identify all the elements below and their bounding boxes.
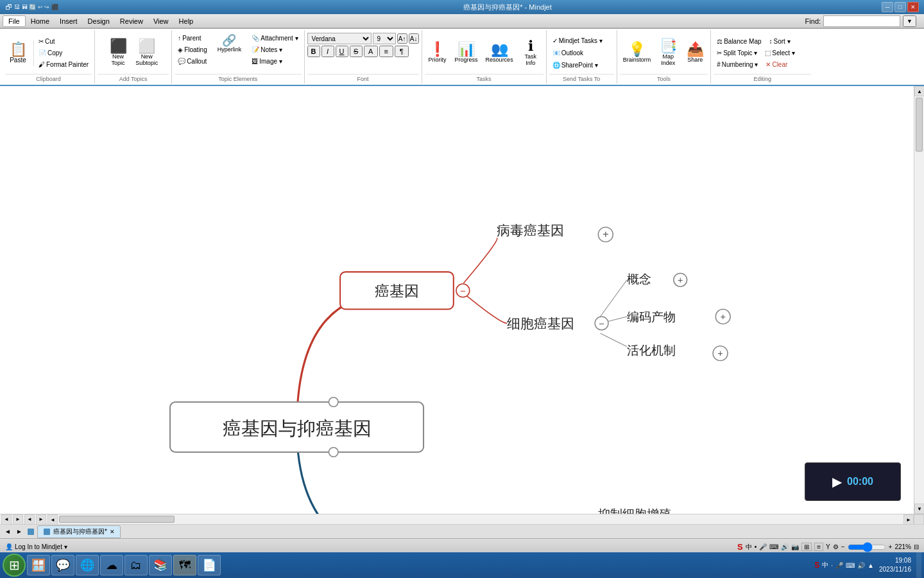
taskbar-app-3[interactable]: 🌐 <box>76 555 99 575</box>
floating-button[interactable]: ◈Floating <box>175 44 210 55</box>
scroll-right-nav[interactable]: ► <box>13 514 23 525</box>
parent-button[interactable]: ↑Parent <box>175 33 210 44</box>
video-player[interactable]: ▶ 00:00 <box>805 462 901 501</box>
vertical-scrollbar[interactable]: ▲ ▼ <box>914 86 924 514</box>
scroll-left-button[interactable]: ◄ <box>47 514 58 525</box>
svg-text:−: − <box>599 319 604 329</box>
menu-view[interactable]: View <box>148 16 174 26</box>
new-topic-button[interactable]: ⬛ NewTopic <box>105 37 131 68</box>
hyperlink-button[interactable]: 🔗 Hyperlink <box>214 33 245 55</box>
split-topic-button[interactable]: ✂ Split Topic ▾ <box>714 48 760 58</box>
hyperlink-icon: 🔗 <box>222 35 236 46</box>
task-info-button[interactable]: ℹ TaskInfo <box>518 37 543 68</box>
copy-button[interactable]: 📄Copy <box>35 48 92 58</box>
tab-scroll-right[interactable]: ► <box>14 527 24 537</box>
show-desktop-button[interactable] <box>916 552 921 578</box>
numbering-button[interactable]: # Numbering ▾ <box>714 59 761 70</box>
balance-map-button[interactable]: ⚖ Balance Map <box>714 36 764 47</box>
zoom-slider[interactable] <box>848 542 886 552</box>
scroll-up-button[interactable]: ▲ <box>914 86 924 96</box>
filter-icon: Y <box>826 543 830 550</box>
brainstorm-button[interactable]: 💡 Brainstorm <box>620 40 654 65</box>
paste-button[interactable]: 📋 Paste <box>5 40 31 66</box>
menu-design[interactable]: Design <box>83 16 115 26</box>
play-button[interactable]: ▶ <box>832 474 842 489</box>
clock-date: 2023/11/16 <box>879 565 911 574</box>
font-grow-button[interactable]: A↑ <box>397 33 407 44</box>
map-index-icon: 📑 <box>660 39 677 53</box>
format-button[interactable]: ¶ <box>395 46 409 57</box>
scroll-right-button[interactable]: ► <box>903 514 914 525</box>
resources-button[interactable]: 👥 Resources <box>483 40 517 65</box>
maximize-button[interactable]: □ <box>894 2 906 12</box>
find-input[interactable] <box>823 15 900 27</box>
zoom-increase[interactable]: + <box>889 543 893 550</box>
outlook-button[interactable]: 📧 Outlook <box>549 48 614 58</box>
font-color-button[interactable]: A <box>364 46 378 57</box>
menu-insert[interactable]: Insert <box>55 16 83 26</box>
find-button[interactable]: ▼ <box>903 15 916 27</box>
scroll-last-nav[interactable]: ► <box>36 514 46 525</box>
hyperlink-label: Hyperlink <box>218 46 242 53</box>
menu-file[interactable]: File <box>3 15 26 27</box>
align-button[interactable]: ≡ <box>379 46 393 57</box>
view-btn-1[interactable]: ⊞ <box>801 543 812 551</box>
scroll-left-nav[interactable]: ◄ <box>1 514 12 525</box>
taskbar-app-4[interactable]: ☁ <box>100 555 123 575</box>
notes-button[interactable]: 📝Notes ▾ <box>248 44 301 55</box>
new-subtopic-button[interactable]: ⬜ NewSubtopic <box>132 37 161 68</box>
tab-home[interactable] <box>26 527 36 537</box>
map-index-button[interactable]: 📑 MapIndex <box>655 37 681 68</box>
svg-text:癌基因: 癌基因 <box>375 283 419 299</box>
font-name-select[interactable]: Verdana <box>307 33 372 44</box>
strikethrough-button[interactable]: S <box>350 46 363 57</box>
sharepoint-button[interactable]: 🌐 SharePoint ▾ <box>549 60 614 71</box>
underline-button[interactable]: U <box>336 46 348 57</box>
copy-icon: 📄 <box>38 49 46 57</box>
font-size-select[interactable]: 9 <box>373 33 396 44</box>
scroll-down-button[interactable]: ▼ <box>914 504 924 514</box>
bold-button[interactable]: B <box>307 46 320 57</box>
sort-button[interactable]: ↕ Sort ▾ <box>766 36 794 47</box>
tab-close-button[interactable]: ✕ <box>110 529 115 535</box>
tray-arrow[interactable]: ▲ <box>868 562 874 569</box>
taskbar-app-2[interactable]: 💬 <box>51 555 74 575</box>
menu-review[interactable]: Review <box>115 16 148 26</box>
callout-button[interactable]: 💬Callout <box>175 56 210 67</box>
font-shrink-button[interactable]: A↓ <box>409 33 419 44</box>
menu-home[interactable]: Home <box>26 16 55 26</box>
scroll-first-nav[interactable]: ◄ <box>24 514 35 525</box>
clear-button[interactable]: ✕ Clear <box>762 59 791 70</box>
view-btn-2[interactable]: ≡ <box>814 543 823 551</box>
taskbar-app-pdf[interactable]: 📄 <box>198 555 221 575</box>
italic-button[interactable]: I <box>321 46 334 57</box>
settings-icon: ⚙ <box>833 543 839 550</box>
start-button[interactable]: ⊞ <box>3 554 26 577</box>
cut-button[interactable]: ✂Cut <box>35 36 92 47</box>
select-button[interactable]: ⬚ Select ▾ <box>762 48 798 58</box>
format-painter-button[interactable]: 🖌Format Painter <box>35 59 92 70</box>
close-button[interactable]: ✕ <box>907 2 919 12</box>
attachment-button[interactable]: 📎Attachment ▾ <box>248 33 301 44</box>
tab-main[interactable]: 癌基因与抑癌基因* ✕ <box>37 525 121 538</box>
share-button[interactable]: 📤 Share <box>682 40 708 65</box>
login-button[interactable]: 👤 Log In to Mindjet ▾ <box>5 543 67 550</box>
mindjet-tasks-button[interactable]: ✓ Mindjet Tasks ▾ <box>549 35 614 46</box>
menu-help[interactable]: Help <box>174 16 199 26</box>
progress-button[interactable]: 📊 Progress <box>452 40 481 65</box>
mindmap-canvas[interactable]: 癌基因与抑癌基因 癌基因 − 病毒癌基因 + 细胞癌基因 − <box>0 86 914 514</box>
tools-label: Tools <box>620 74 708 82</box>
image-button[interactable]: 🖼Image ▾ <box>248 56 301 67</box>
balance-map-icon: ⚖ <box>717 38 723 45</box>
taskbar-app-5[interactable]: 🗂 <box>124 555 148 575</box>
fit-button[interactable]: ⊟ <box>914 543 919 550</box>
taskbar-app-6[interactable]: 📚 <box>149 555 172 575</box>
priority-button[interactable]: ❗ Priority <box>425 40 450 65</box>
zoom-decrease[interactable]: − <box>841 543 845 550</box>
ribbon-content: 📋 Paste ✂Cut 📄Copy 🖌Format Painter <box>0 28 924 85</box>
horizontal-scrollbar[interactable]: ◄ ► <box>47 514 914 524</box>
minimize-button[interactable]: ─ <box>882 2 893 12</box>
taskbar-app-mindjet[interactable]: 🗺 <box>173 555 196 575</box>
taskbar-app-1[interactable]: 🪟 <box>27 555 50 575</box>
tab-scroll-left[interactable]: ◄ <box>3 527 13 537</box>
